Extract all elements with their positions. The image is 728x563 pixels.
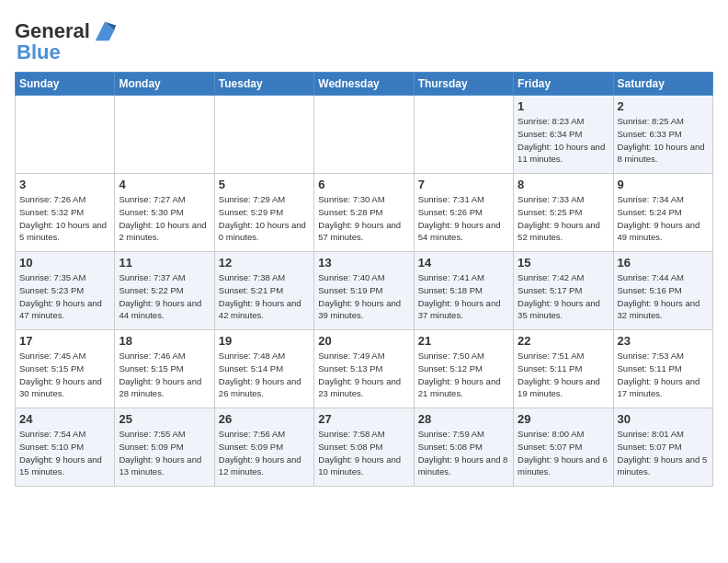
calendar-cell: 8Sunrise: 7:33 AM Sunset: 5:25 PM Daylig… [514,174,613,252]
day-number: 2 [618,99,709,113]
day-info: Sunrise: 7:27 AM Sunset: 5:30 PM Dayligh… [119,193,210,244]
calendar-cell: 16Sunrise: 7:44 AM Sunset: 5:16 PM Dayli… [613,252,712,330]
day-info: Sunrise: 7:44 AM Sunset: 5:16 PM Dayligh… [618,271,709,322]
day-number: 25 [119,412,210,426]
calendar-cell: 12Sunrise: 7:38 AM Sunset: 5:21 PM Dayli… [214,252,313,330]
col-header-tuesday: Tuesday [214,73,313,96]
col-header-wednesday: Wednesday [314,73,414,96]
day-info: Sunrise: 7:33 AM Sunset: 5:25 PM Dayligh… [518,193,609,244]
day-info: Sunrise: 7:48 AM Sunset: 5:14 PM Dayligh… [219,350,310,400]
day-info: Sunrise: 7:31 AM Sunset: 5:26 PM Dayligh… [418,193,509,244]
calendar-cell: 30Sunrise: 8:01 AM Sunset: 5:07 PM Dayli… [613,408,712,487]
col-header-sunday: Sunday [16,73,115,96]
day-info: Sunrise: 7:37 AM Sunset: 5:22 PM Dayligh… [119,271,210,322]
day-number: 3 [19,178,110,191]
day-number: 10 [19,256,110,270]
day-number: 23 [618,334,709,348]
day-number: 29 [518,412,609,426]
day-info: Sunrise: 7:45 AM Sunset: 5:15 PM Dayligh… [19,350,110,400]
calendar-cell: 7Sunrise: 7:31 AM Sunset: 5:26 PM Daylig… [414,174,513,252]
calendar-cell: 13Sunrise: 7:40 AM Sunset: 5:19 PM Dayli… [314,252,414,330]
day-info: Sunrise: 8:00 AM Sunset: 5:07 PM Dayligh… [518,428,609,478]
day-number: 17 [19,334,110,348]
calendar-cell: 9Sunrise: 7:34 AM Sunset: 5:24 PM Daylig… [613,174,712,252]
day-info: Sunrise: 7:58 AM Sunset: 5:08 PM Dayligh… [318,428,409,478]
calendar-cell: 6Sunrise: 7:30 AM Sunset: 5:28 PM Daylig… [314,174,414,252]
header: General Blue [15,15,713,64]
calendar-cell: 20Sunrise: 7:49 AM Sunset: 5:13 PM Dayli… [314,330,414,408]
day-number: 15 [518,256,609,270]
calendar-cell: 29Sunrise: 8:00 AM Sunset: 5:07 PM Dayli… [514,408,613,487]
calendar-cell: 2Sunrise: 8:25 AM Sunset: 6:33 PM Daylig… [613,96,712,174]
calendar-cell: 27Sunrise: 7:58 AM Sunset: 5:08 PM Dayli… [314,408,414,487]
day-number: 13 [318,256,409,270]
day-number: 20 [318,334,409,348]
calendar-cell: 10Sunrise: 7:35 AM Sunset: 5:23 PM Dayli… [16,252,115,330]
calendar-cell: 14Sunrise: 7:41 AM Sunset: 5:18 PM Dayli… [414,252,513,330]
day-number: 1 [518,99,609,113]
calendar-table: SundayMondayTuesdayWednesdayThursdayFrid… [15,72,713,487]
calendar-cell: 28Sunrise: 7:59 AM Sunset: 5:08 PM Dayli… [414,408,513,487]
day-number: 19 [219,334,310,348]
day-info: Sunrise: 8:25 AM Sunset: 6:33 PM Dayligh… [618,115,709,166]
day-info: Sunrise: 7:29 AM Sunset: 5:29 PM Dayligh… [219,193,310,244]
calendar-cell: 21Sunrise: 7:50 AM Sunset: 5:12 PM Dayli… [414,330,513,408]
calendar-cell: 25Sunrise: 7:55 AM Sunset: 5:09 PM Dayli… [115,408,214,487]
day-number: 9 [618,178,709,191]
day-number: 6 [318,178,409,191]
calendar-cell: 17Sunrise: 7:45 AM Sunset: 5:15 PM Dayli… [16,330,115,408]
day-number: 24 [19,412,110,426]
calendar-cell: 22Sunrise: 7:51 AM Sunset: 5:11 PM Dayli… [514,330,613,408]
day-info: Sunrise: 7:40 AM Sunset: 5:19 PM Dayligh… [318,271,409,322]
day-number: 12 [219,256,310,270]
day-number: 7 [418,178,509,191]
calendar-cell: 11Sunrise: 7:37 AM Sunset: 5:22 PM Dayli… [115,252,214,330]
logo: General Blue [15,18,118,64]
day-info: Sunrise: 8:01 AM Sunset: 5:07 PM Dayligh… [618,428,709,478]
day-info: Sunrise: 7:59 AM Sunset: 5:08 PM Dayligh… [418,428,509,478]
calendar-cell: 4Sunrise: 7:27 AM Sunset: 5:30 PM Daylig… [115,174,214,252]
day-number: 27 [318,412,409,426]
day-number: 26 [219,412,310,426]
col-header-friday: Friday [514,73,613,96]
calendar-cell [414,96,513,174]
calendar-cell [214,96,313,174]
col-header-saturday: Saturday [613,73,712,96]
day-number: 4 [119,178,210,191]
calendar-cell [314,96,414,174]
day-info: Sunrise: 7:53 AM Sunset: 5:11 PM Dayligh… [618,350,709,400]
day-number: 8 [518,178,609,191]
calendar-cell: 19Sunrise: 7:48 AM Sunset: 5:14 PM Dayli… [214,330,313,408]
day-info: Sunrise: 7:56 AM Sunset: 5:09 PM Dayligh… [219,428,310,478]
day-info: Sunrise: 7:34 AM Sunset: 5:24 PM Dayligh… [618,193,709,244]
day-info: Sunrise: 8:23 AM Sunset: 6:34 PM Dayligh… [518,115,609,166]
day-info: Sunrise: 7:55 AM Sunset: 5:09 PM Dayligh… [119,428,210,478]
day-number: 5 [219,178,310,191]
day-info: Sunrise: 7:41 AM Sunset: 5:18 PM Dayligh… [418,271,509,322]
logo-blue: Blue [17,40,61,64]
calendar-cell [115,96,214,174]
day-info: Sunrise: 7:42 AM Sunset: 5:17 PM Dayligh… [518,271,609,322]
day-number: 14 [418,256,509,270]
calendar-cell: 23Sunrise: 7:53 AM Sunset: 5:11 PM Dayli… [613,330,712,408]
col-header-monday: Monday [115,73,214,96]
calendar-cell: 3Sunrise: 7:26 AM Sunset: 5:32 PM Daylig… [16,174,115,252]
calendar-cell: 5Sunrise: 7:29 AM Sunset: 5:29 PM Daylig… [214,174,313,252]
day-number: 21 [418,334,509,348]
logo-text: General [15,20,90,42]
day-info: Sunrise: 7:30 AM Sunset: 5:28 PM Dayligh… [318,193,409,244]
calendar-cell: 1Sunrise: 8:23 AM Sunset: 6:34 PM Daylig… [514,96,613,174]
day-info: Sunrise: 7:46 AM Sunset: 5:15 PM Dayligh… [119,350,210,400]
calendar-cell: 26Sunrise: 7:56 AM Sunset: 5:09 PM Dayli… [214,408,313,487]
day-number: 28 [418,412,509,426]
day-info: Sunrise: 7:26 AM Sunset: 5:32 PM Dayligh… [19,193,110,244]
day-number: 16 [618,256,709,270]
day-info: Sunrise: 7:51 AM Sunset: 5:11 PM Dayligh… [518,350,609,400]
col-header-thursday: Thursday [414,73,513,96]
day-info: Sunrise: 7:38 AM Sunset: 5:21 PM Dayligh… [219,271,310,322]
day-number: 22 [518,334,609,348]
calendar-cell [16,96,115,174]
day-info: Sunrise: 7:49 AM Sunset: 5:13 PM Dayligh… [318,350,409,400]
day-number: 30 [618,412,709,426]
calendar-cell: 15Sunrise: 7:42 AM Sunset: 5:17 PM Dayli… [514,252,613,330]
